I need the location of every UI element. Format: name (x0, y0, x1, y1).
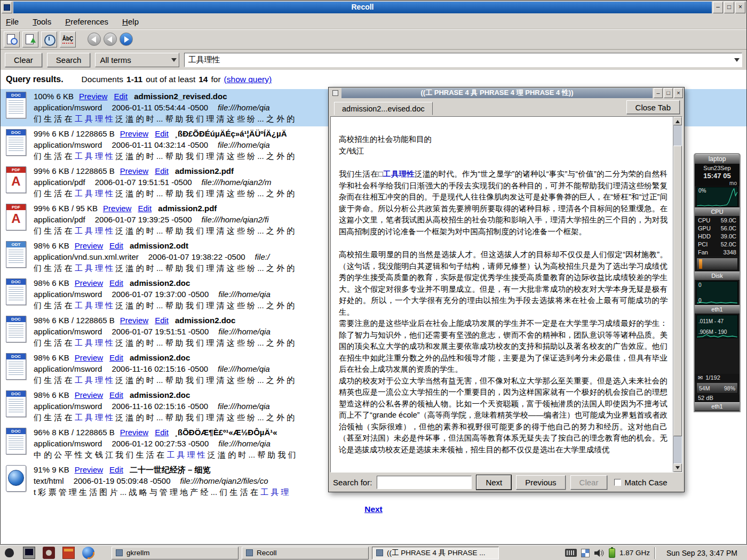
show-query-link[interactable]: (show query) (224, 75, 272, 84)
scrollbar-track[interactable] (673, 125, 682, 463)
minimize-icon[interactable]: – (654, 88, 663, 98)
maximize-icon[interactable]: □ (664, 88, 673, 98)
result-preview-link[interactable]: Preview (75, 353, 103, 362)
menu-tools[interactable]: Tools (33, 17, 51, 26)
match-case-option[interactable]: Match Case (614, 478, 667, 487)
result-edit-link[interactable]: Edit (155, 129, 169, 138)
scrollbar-thumb[interactable] (673, 146, 682, 436)
out-of-label: out of at least (146, 75, 195, 84)
firefox-icon[interactable] (82, 547, 94, 559)
find-previous-button[interactable]: Previous (516, 475, 565, 490)
workspace-grid-icon[interactable] (581, 549, 590, 557)
result-mime: application/vnd.sun.xml.writer (34, 252, 139, 261)
result-preview-link[interactable]: Preview (79, 92, 107, 101)
text-segment: 高校招生的社会功能和目的 (339, 135, 432, 143)
menu-bar: FileToolsPreferencesHelp (1, 14, 746, 29)
preview-paragraph: 我们生活在□工具理性泛滥的时代。作为“世之显学”的诸种以“事实”与“价值”的二分… (339, 169, 667, 237)
close-icon[interactable]: × (735, 2, 745, 13)
preview-tab[interactable]: admission2...evised.doc (334, 102, 433, 115)
preview-tab-bar: admission2...evised.doc Close Tab (329, 99, 684, 115)
maximize-icon[interactable]: □ (724, 2, 734, 13)
clear-button[interactable]: Clear (5, 53, 42, 67)
window-icon (246, 549, 253, 556)
task-button[interactable]: Recoll (242, 547, 369, 559)
keyboard-icon[interactable] (565, 549, 577, 557)
pdf-logo: A (6, 174, 26, 189)
preview-window-icon[interactable] (330, 88, 340, 98)
media-icon[interactable] (43, 547, 55, 559)
find-next-button[interactable]: Next (476, 475, 511, 490)
result-preview-link[interactable]: Preview (120, 166, 148, 175)
abstract-segment: 工 具 理 性 (75, 301, 114, 310)
result-preview-link[interactable]: Preview (120, 428, 148, 437)
result-edit-link[interactable]: Edit (109, 353, 123, 362)
history-button[interactable] (41, 31, 57, 47)
minimize-icon[interactable]: – (713, 2, 723, 13)
terminal-icon[interactable] (23, 547, 35, 559)
scroll-down-icon[interactable] (673, 463, 682, 472)
preview-title-bar[interactable]: ((工 PHRASE 4 具 PHRASE 4 理 PHRASE 4 性)) –… (329, 87, 684, 99)
term-explorer-button[interactable]: ÂbÇ (60, 31, 76, 47)
result-edit-link[interactable]: Edit (155, 428, 169, 437)
preview-paragraph: 需要注意的是这些毕业后在社会上能成功发展的学生并不一定是在大学里学习成绩最好的学… (339, 318, 667, 375)
page-lines (9, 138, 23, 153)
result-date: 2006-01-07 19:37:00 -0500 (112, 290, 209, 299)
gk-sensor-label: HDD (698, 233, 711, 241)
result-preview-link[interactable]: Preview (75, 241, 103, 250)
title-bar[interactable]: Recoll – □ × (1, 1, 746, 14)
task-button[interactable]: ((工 PHRASE 4 具 PHRASE ... (372, 547, 499, 559)
result-preview-link[interactable]: Preview (75, 278, 103, 287)
gkrellm-panel[interactable]: laptop Sun23Sep 15:47 05 mo 0% CPU CPU59… (694, 153, 741, 412)
toolbar-separator (78, 31, 85, 47)
abstract-segment: 们 生 活 在 (34, 189, 75, 198)
result-filename: admission2.pdf (175, 166, 234, 175)
result-edit-link[interactable]: Edit (138, 204, 152, 213)
match-case-checkbox[interactable] (614, 479, 621, 486)
result-preview-link[interactable]: Preview (103, 204, 131, 213)
search-mode-select[interactable]: All terms (95, 53, 179, 67)
sort-button[interactable] (22, 31, 38, 47)
package-icon[interactable] (62, 547, 75, 559)
result-date: 2006-11-16 02:15:16 -0500 (112, 402, 208, 411)
result-preview-link[interactable]: Preview (120, 129, 148, 138)
speaker-icon[interactable] (594, 549, 605, 557)
arrow-right-icon (124, 36, 129, 43)
result-edit-link[interactable]: Edit (109, 278, 123, 287)
menu-help[interactable]: Help (122, 17, 139, 26)
close-icon[interactable]: × (674, 88, 683, 98)
search-button[interactable]: Search (47, 53, 91, 67)
result-edit-link[interactable]: Edit (109, 390, 123, 399)
task-button[interactable]: gkrellm (112, 547, 239, 559)
query-input[interactable] (188, 55, 734, 65)
preview-scrollbar[interactable] (673, 117, 682, 472)
menu-file[interactable]: File (6, 17, 19, 26)
footprint-icon[interactable] (3, 547, 15, 559)
menu-preferences[interactable]: Preferences (65, 17, 108, 26)
result-preview-link[interactable]: Preview (75, 390, 103, 399)
scroll-up-icon[interactable] (673, 117, 682, 125)
history-dropdown-icon[interactable] (734, 58, 740, 65)
result-filename: admission2.doc (130, 278, 190, 287)
battery-icon[interactable] (609, 548, 615, 558)
text-segment: 我们生活在□ (339, 170, 383, 178)
abstract-segment: 泛 滥 的 时 ... 帮 助 我 们 理 清 这 些 纷 ... 之 外 的 (113, 189, 295, 198)
abstract-segment: 工 具 理 性 (75, 114, 114, 123)
result-edit-link[interactable]: Edit (155, 166, 169, 175)
first-page-button[interactable] (88, 33, 101, 46)
result-edit-link[interactable]: Edit (155, 316, 169, 325)
result-edit-link[interactable]: Edit (114, 92, 128, 101)
result-preview-link[interactable]: Preview (75, 465, 103, 474)
window-menu-button[interactable] (2, 2, 12, 13)
find-clear-button[interactable]: Clear (570, 475, 608, 490)
result-preview-link[interactable]: Preview (120, 316, 148, 325)
close-tab-button[interactable]: Close Tab (626, 100, 680, 114)
show-query-detail-button[interactable] (4, 31, 20, 47)
result-edit-link[interactable]: Edit (109, 465, 123, 474)
gk-disk-read: 0 (698, 282, 702, 288)
next-page-button[interactable] (120, 33, 133, 46)
result-edit-link[interactable]: Edit (109, 241, 123, 250)
next-page-link[interactable]: Next (364, 505, 383, 514)
previous-page-button[interactable] (104, 33, 117, 46)
abstract-segment: 工 具 理 性 (166, 450, 205, 459)
preview-search-input[interactable] (377, 476, 472, 489)
